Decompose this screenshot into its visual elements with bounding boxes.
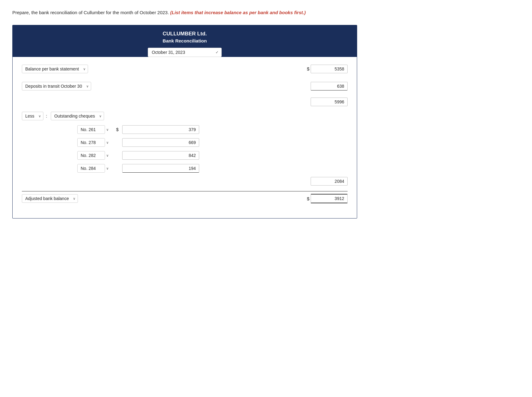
cheque-284-select-wrapper: No. 284 <box>77 164 111 173</box>
date-dropdown-row: October 31, 2023 <box>19 48 351 57</box>
cheques-subtotal-row <box>77 177 348 186</box>
intro-main-text: Prepare, the bank reconciliation of Cull… <box>12 10 169 15</box>
less-select-wrapper: Less <box>22 112 43 120</box>
cheque-261-amount[interactable] <box>122 125 199 134</box>
cheque-278-dollar <box>116 140 121 145</box>
cheque-278-select-wrapper: No. 278 <box>77 138 111 147</box>
balance-bank-label-col: Balance per bank statement <box>22 65 120 73</box>
adjusted-amount[interactable] <box>311 194 348 203</box>
cheque-261-select[interactable]: No. 261 <box>77 125 105 134</box>
cheque-278-amount[interactable] <box>122 138 199 147</box>
cheque-282-select-wrapper: No. 282 <box>77 151 111 160</box>
date-select-wrapper: October 31, 2023 <box>148 48 222 57</box>
card-header: CULLUMBER Ltd. Bank Reconciliation Octob… <box>13 25 357 57</box>
adjusted-select-wrapper: Adjusted bank balance <box>22 194 78 203</box>
adjusted-dollar-sign: $ <box>303 196 309 201</box>
deposits-select-wrapper: Deposits in transit October 30 <box>22 82 91 90</box>
cheque-284-select[interactable]: No. 284 <box>77 164 105 173</box>
cheque-282-select[interactable]: No. 282 <box>77 151 105 160</box>
cheque-282-amount[interactable] <box>122 151 199 160</box>
deposits-amount[interactable] <box>311 82 348 90</box>
reconciliation-card: CULLUMBER Ltd. Bank Reconciliation Octob… <box>12 25 357 219</box>
colon: : <box>46 113 47 118</box>
cheque-278-select[interactable]: No. 278 <box>77 138 105 147</box>
cheque-261-select-wrapper: No. 261 <box>77 125 111 134</box>
date-select[interactable]: October 31, 2023 <box>148 48 222 57</box>
adjusted-row: Adjusted bank balance $ <box>22 191 348 203</box>
cheque-row-278: No. 278 <box>77 138 348 147</box>
adjusted-label-col: Adjusted bank balance <box>22 194 120 203</box>
outstanding-section: Less : Outstanding cheques No. 261 <box>22 112 348 186</box>
card-subtitle: Bank Reconciliation <box>19 38 351 43</box>
less-select[interactable]: Less <box>22 112 43 120</box>
balance-dollar-sign: $ <box>303 66 309 71</box>
deposits-dollar-placeholder <box>303 83 309 89</box>
outstanding-cheques-select[interactable]: Outstanding cheques <box>51 112 104 120</box>
cheque-rows: No. 261 $ No. 278 <box>77 125 348 186</box>
balance-bank-select-wrapper: Balance per bank statement <box>22 65 88 73</box>
outstanding-cheques-select-wrapper: Outstanding cheques <box>51 112 104 120</box>
cheque-row-284: No. 284 <box>77 164 348 173</box>
deposits-label-col: Deposits in transit October 30 <box>22 82 120 90</box>
cheque-row-261: No. 261 $ <box>77 125 348 134</box>
cheque-284-dollar <box>116 166 121 171</box>
intro-paragraph: Prepare, the bank reconciliation of Cull… <box>12 9 357 16</box>
cheque-284-amount[interactable] <box>122 164 199 173</box>
balance-bank-amount[interactable] <box>311 65 348 73</box>
cheque-row-282: No. 282 <box>77 151 348 160</box>
balance-bank-row: Balance per bank statement $ <box>22 63 348 75</box>
cheque-282-dollar <box>116 153 121 158</box>
intro-italic-text: (List items that increase balance as per… <box>170 10 306 15</box>
subtotal-row-5996 <box>22 98 348 106</box>
card-body: Balance per bank statement $ Deposits in… <box>13 57 357 218</box>
subtotal-5996[interactable] <box>311 98 348 106</box>
balance-bank-select[interactable]: Balance per bank statement <box>22 65 88 73</box>
adjusted-select[interactable]: Adjusted bank balance <box>22 194 78 203</box>
outstanding-header: Less : Outstanding cheques <box>22 112 348 120</box>
cheques-total[interactable] <box>311 177 348 186</box>
deposits-select[interactable]: Deposits in transit October 30 <box>22 82 91 90</box>
company-name: CULLUMBER Ltd. <box>19 31 351 37</box>
cheque-261-dollar: $ <box>116 127 121 132</box>
deposits-row: Deposits in transit October 30 <box>22 80 348 92</box>
